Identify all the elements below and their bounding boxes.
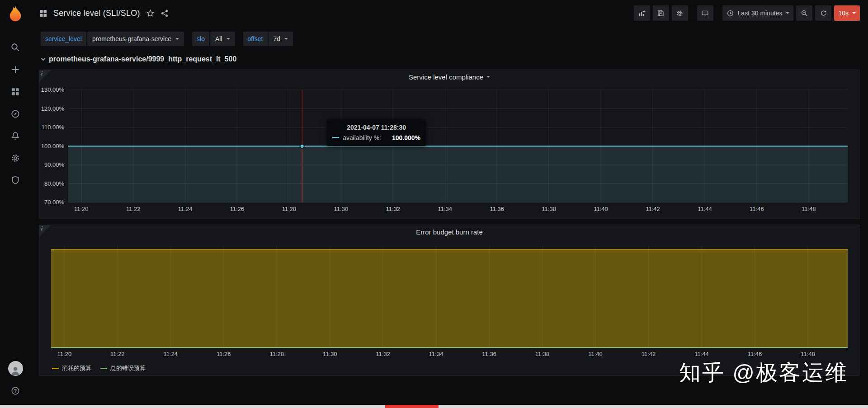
compliance-chart[interactable]: 2021-04-07 11:28:30 availability %: 100.…	[39, 84, 859, 216]
burn-rate-chart[interactable]: 11:2011:2211:2411:2611:2811:3011:3211:34…	[39, 239, 859, 361]
svg-text:80.00%: 80.00%	[44, 180, 65, 187]
watermark: 知乎 @极客运维	[679, 358, 848, 387]
grafana-flame-icon	[6, 5, 25, 24]
panel-info-corner[interactable]: i	[39, 225, 51, 237]
dashboards-icon	[10, 87, 20, 97]
svg-text:11:38: 11:38	[535, 351, 550, 357]
svg-text:11:36: 11:36	[490, 206, 504, 212]
svg-text:11:22: 11:22	[126, 206, 141, 212]
svg-text:11:28: 11:28	[282, 206, 297, 212]
grafana-logo[interactable]	[6, 5, 25, 24]
chevron-down-icon	[284, 38, 288, 40]
variable-label: service_level	[41, 32, 86, 46]
panel-service-level-compliance: i Service level compliance 2021-04-07 11…	[39, 70, 860, 219]
svg-text:11:40: 11:40	[594, 206, 608, 212]
main-area: Service level (SLI/SLO)	[31, 0, 868, 408]
variable-value-dropdown[interactable]: prometheus-grafana-service	[87, 32, 184, 46]
panel-title-compliance[interactable]: Service level compliance	[39, 70, 859, 84]
gear-icon	[10, 153, 20, 163]
save-icon	[657, 9, 665, 17]
panel-info-corner[interactable]: i	[39, 70, 51, 82]
chevron-down-icon	[852, 12, 856, 14]
chevron-down-icon	[41, 56, 46, 61]
refresh-icon	[820, 9, 827, 17]
svg-text:11:34: 11:34	[429, 351, 443, 357]
svg-text:11:32: 11:32	[376, 351, 390, 357]
variable-service-level: service_level prometheus-grafana-service	[41, 32, 184, 46]
clock-icon	[726, 9, 734, 17]
chart-svg: 11:2011:2211:2411:2611:2811:3011:3211:34…	[39, 239, 859, 361]
legend-item[interactable]: 消耗的预算	[52, 364, 91, 372]
svg-text:?: ?	[14, 388, 17, 393]
svg-text:11:28: 11:28	[269, 351, 284, 357]
legend-item[interactable]: 总的错误预算	[100, 364, 146, 372]
variable-label: slo	[192, 32, 209, 46]
dashboard-settings-button[interactable]	[672, 5, 688, 21]
cycle-view-mode-button[interactable]	[697, 5, 713, 21]
page-title: Service level (SLI/SLO)	[53, 9, 140, 18]
variable-slo: slo All	[192, 32, 235, 46]
svg-text:100.00%: 100.00%	[41, 143, 65, 150]
svg-text:11:48: 11:48	[802, 206, 816, 212]
svg-text:11:26: 11:26	[217, 351, 231, 357]
chevron-down-icon	[226, 38, 230, 40]
sidebar-item-profile[interactable]	[4, 357, 27, 380]
variable-label: offset	[243, 32, 268, 46]
dashboard-row-header[interactable]: prometheus-grafana-service/9999_http_req…	[39, 52, 860, 70]
time-range-label: Last 30 minutes	[738, 9, 783, 17]
plus-icon	[10, 65, 20, 75]
legend-label: 消耗的预算	[62, 364, 91, 372]
svg-text:11:36: 11:36	[482, 351, 496, 357]
chevron-down-icon	[786, 12, 789, 14]
tv-icon	[701, 9, 709, 17]
star-icon[interactable]	[146, 9, 155, 18]
bell-icon	[10, 131, 20, 141]
svg-text:11:46: 11:46	[750, 206, 764, 212]
navbar: Service level (SLI/SLO)	[31, 0, 868, 26]
panel-title-text: Service level compliance	[409, 73, 483, 81]
panel-error-budget-burn-rate: i Error budget burn rate 11:2011:2211:24…	[39, 225, 860, 376]
refresh-button[interactable]	[815, 5, 831, 21]
sidebar-item-help[interactable]: ?	[4, 380, 27, 402]
svg-text:11:44: 11:44	[698, 206, 712, 212]
svg-text:11:26: 11:26	[230, 206, 245, 212]
chevron-down-icon	[486, 76, 490, 78]
shield-icon	[10, 175, 20, 185]
variable-value-dropdown[interactable]: 7d	[269, 32, 293, 46]
svg-text:11:20: 11:20	[74, 206, 89, 212]
chevron-down-icon	[175, 38, 179, 40]
sidebar-item-alerting[interactable]	[4, 125, 27, 147]
grafana-app: ? Service level (SLI/SLO)	[0, 0, 868, 408]
svg-text:11:30: 11:30	[334, 206, 349, 212]
svg-text:120.00%: 120.00%	[41, 105, 65, 112]
share-icon[interactable]	[160, 9, 169, 18]
svg-text:11:20: 11:20	[57, 351, 72, 357]
add-panel-button[interactable]	[634, 5, 650, 21]
zoom-out-button[interactable]	[796, 5, 812, 21]
sidebar-item-dashboards[interactable]	[4, 80, 27, 103]
sidebar-item-server-admin[interactable]	[4, 169, 27, 191]
svg-text:90.00%: 90.00%	[44, 161, 65, 168]
sidebar-item-configuration[interactable]	[4, 147, 27, 169]
svg-text:11:24: 11:24	[164, 351, 178, 357]
svg-text:11:30: 11:30	[323, 351, 337, 357]
svg-text:70.00%: 70.00%	[44, 199, 65, 206]
sidebar-item-search[interactable]	[4, 36, 27, 58]
svg-text:11:34: 11:34	[438, 206, 452, 212]
time-picker-button[interactable]: Last 30 minutes	[722, 5, 794, 21]
panel-title-burn-rate[interactable]: Error budget burn rate	[39, 225, 859, 239]
variable-value-dropdown[interactable]: All	[210, 32, 235, 46]
help-icon: ?	[10, 386, 20, 396]
panel-title-text: Error budget burn rate	[416, 228, 483, 236]
chart-svg: 70.00%80.00%90.00%100.00%110.00%120.00%1…	[39, 84, 859, 216]
info-icon: i	[41, 225, 42, 232]
svg-text:11:40: 11:40	[588, 351, 603, 357]
svg-text:11:22: 11:22	[110, 351, 125, 357]
sidebar-item-create[interactable]	[4, 58, 27, 80]
svg-text:11:32: 11:32	[386, 206, 401, 212]
sidebar-item-explore[interactable]	[4, 103, 27, 125]
svg-text:110.00%: 110.00%	[42, 124, 65, 131]
save-dashboard-button[interactable]	[653, 5, 669, 21]
svg-text:11:24: 11:24	[178, 206, 193, 212]
refresh-interval-button[interactable]: 10s	[834, 5, 860, 21]
